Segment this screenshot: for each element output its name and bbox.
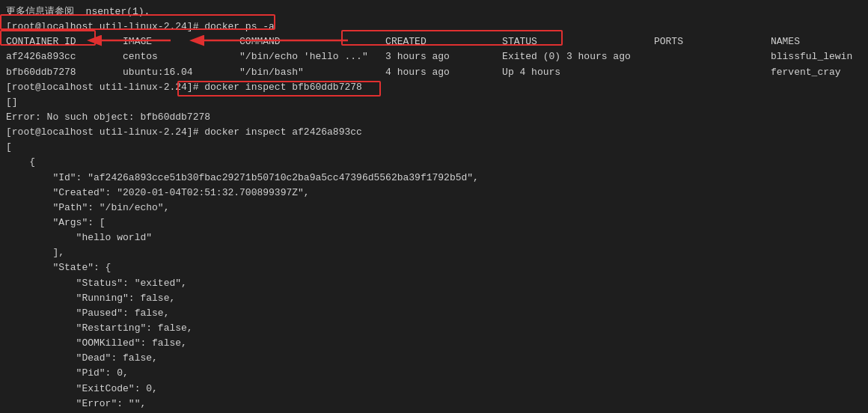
line-4: [] — [6, 95, 862, 110]
line-5: [root@localhost util-linux-2.24]# docker… — [6, 125, 862, 140]
line-error-field: "Error": "", — [6, 397, 862, 412]
line-header: CONTAINER ID IMAGE COMMAND CREATED STATU… — [6, 34, 862, 49]
line-args: "Args": [ — [6, 215, 862, 230]
line-6: [ — [6, 140, 862, 155]
line-created: "Created": "2020-01-04T02:51:32.70089939… — [6, 186, 862, 201]
line-error: Error: No such object: bfb60ddb7278 — [6, 110, 862, 125]
line-args-end: ], — [6, 245, 862, 260]
line-container2: bfb60ddb7278 ubuntu:16.04 "/bin/bash" 4 … — [6, 65, 862, 80]
line-restarting: "Restarting": false, — [6, 321, 862, 336]
line-hello: "hello world" — [6, 230, 862, 245]
line-exitcode: "ExitCode": 0, — [6, 382, 862, 397]
line-dead: "Dead": false, — [6, 351, 862, 366]
line-oomkilled: "OOMKilled": false, — [6, 336, 862, 351]
line-id: "Id": "af2426a893cce51b30fbac29271b50710… — [6, 171, 862, 186]
line-state: "State": { — [6, 260, 862, 275]
line-path: "Path": "/bin/echo", — [6, 201, 862, 215]
line-running: "Running": false, — [6, 291, 862, 306]
line-paused: "Paused": false, — [6, 306, 862, 321]
line-2: [root@localhost util-linux-2.24]# docker… — [6, 19, 862, 34]
line-status: "Status": "exited", — [6, 276, 862, 291]
line-1: 更多信息请参阅 nsenter(1). — [6, 4, 862, 19]
line-3: [root@localhost util-linux-2.24]# docker… — [6, 80, 862, 95]
line-pid: "Pid": 0, — [6, 366, 862, 381]
line-7: { — [6, 155, 862, 170]
terminal: 更多信息请参阅 nsenter(1). [root@localhost util… — [0, 0, 868, 413]
line-container1: af2426a893cc centos "/bin/echo 'hello ..… — [6, 49, 862, 64]
